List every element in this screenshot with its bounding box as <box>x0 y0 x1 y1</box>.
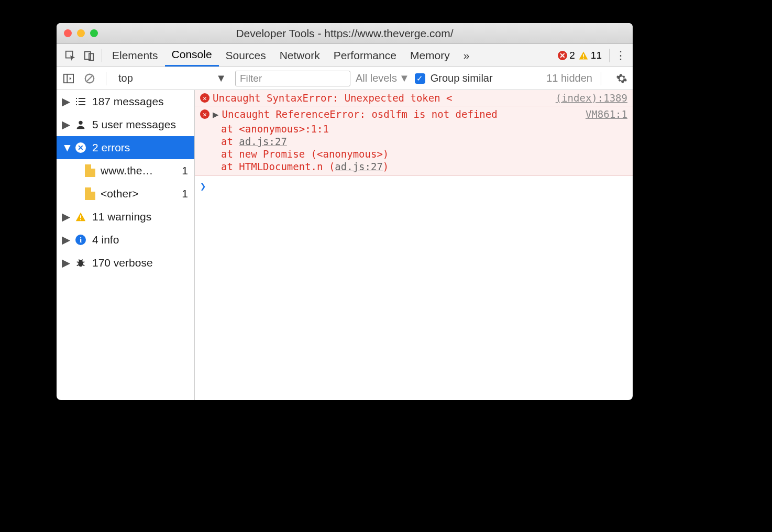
chevron-down-icon: ▼ <box>399 72 410 84</box>
warning-icon <box>74 210 87 223</box>
devtools-window: Developer Tools - https://www.theverge.c… <box>57 23 633 400</box>
sidebar-item-error-source[interactable]: www.the… 1 <box>57 159 194 182</box>
kebab-menu-icon[interactable]: ⋮ <box>613 49 628 62</box>
sidebar-item-verbose[interactable]: ▶ 170 verbose <box>57 251 194 274</box>
error-count: 2 <box>569 50 575 61</box>
source-link[interactable]: ad.js:27 <box>335 161 383 172</box>
tab-performance[interactable]: Performance <box>327 44 403 66</box>
stack-trace: at <anonymous>:1:1 at ad.js:27 at new Pr… <box>200 123 586 173</box>
tab-console[interactable]: Console <box>165 44 219 66</box>
tab-network[interactable]: Network <box>273 44 327 66</box>
tab-elements[interactable]: Elements <box>105 44 165 66</box>
context-selector[interactable]: top ▼ <box>115 72 230 85</box>
separator <box>601 72 601 85</box>
toggle-sidebar-icon[interactable] <box>61 69 76 88</box>
console-body: ▶ 187 messages ▶ 5 user messages ▼ ✕ 2 e… <box>57 90 633 400</box>
devtools-tabs: Elements Console Sources Network Perform… <box>57 44 633 67</box>
separator <box>106 72 106 85</box>
sidebar-item-label: 5 user messages <box>92 118 176 131</box>
error-icon: ✕ <box>74 141 87 154</box>
svg-rect-17 <box>80 219 81 220</box>
console-toolbar: top ▼ All levels ▼ ✓ Group similar 11 hi… <box>57 67 633 90</box>
tab-memory[interactable]: Memory <box>403 44 457 66</box>
svg-line-8 <box>87 75 93 81</box>
expand-icon: ▶ <box>62 95 69 108</box>
device-toolbar-icon[interactable] <box>80 46 98 65</box>
svg-line-22 <box>83 265 85 266</box>
collapse-icon: ▼ <box>62 141 69 154</box>
tab-sources[interactable]: Sources <box>219 44 273 66</box>
expand-icon[interactable]: ▶ <box>213 108 218 120</box>
svg-rect-16 <box>80 215 81 218</box>
settings-icon[interactable] <box>615 72 628 85</box>
message-source-link[interactable]: VM861:1 <box>586 108 627 173</box>
sidebar-item-label: 4 info <box>92 234 119 246</box>
log-levels-selector[interactable]: All levels ▼ <box>356 72 410 84</box>
svg-line-21 <box>77 265 79 266</box>
svg-line-23 <box>79 260 80 261</box>
sidebar-item-warnings[interactable]: ▶ 11 warnings <box>57 205 194 228</box>
message-text: Uncaught ReferenceError: osdlfm is not d… <box>222 108 497 120</box>
minimize-icon[interactable] <box>77 29 85 37</box>
warning-count: 11 <box>591 50 602 61</box>
info-icon: i <box>74 234 87 246</box>
source-link[interactable]: ad.js:27 <box>239 136 287 147</box>
console-prompt[interactable]: ❯ <box>195 176 633 196</box>
sidebar-item-messages[interactable]: ▶ 187 messages <box>57 90 194 113</box>
sidebar-item-error-source[interactable]: <other> 1 <box>57 182 194 205</box>
sidebar-item-label: 187 messages <box>92 95 164 108</box>
chevron-down-icon: ▼ <box>216 72 226 84</box>
svg-line-24 <box>82 260 83 261</box>
tabs-overflow-icon[interactable]: » <box>457 44 477 66</box>
sidebar-item-label: 170 verbose <box>92 257 153 269</box>
sidebar-item-info[interactable]: ▶ i 4 info <box>57 228 194 251</box>
console-message-error[interactable]: ✕ ▶ Uncaught ReferenceError: osdlfm is n… <box>195 106 633 176</box>
sidebar-item-label: www.the… <box>101 164 153 177</box>
expand-icon: ▶ <box>62 257 69 269</box>
hidden-count[interactable]: 11 hidden <box>546 72 592 84</box>
sidebar-item-errors[interactable]: ▼ ✕ 2 errors <box>57 136 194 159</box>
file-icon <box>85 164 95 177</box>
error-icon: ✕ <box>200 93 209 103</box>
error-icon: ✕ <box>558 51 567 60</box>
separator <box>102 49 102 62</box>
context-label: top <box>118 72 133 84</box>
separator <box>609 49 610 62</box>
sidebar-item-label: 11 warnings <box>92 210 151 223</box>
error-icon: ✕ <box>200 109 209 119</box>
svg-rect-4 <box>583 58 584 59</box>
sidebar-item-count: 1 <box>182 187 191 200</box>
svg-rect-5 <box>64 74 73 82</box>
file-icon <box>85 187 95 200</box>
group-similar-checkbox[interactable]: ✓ <box>415 73 425 84</box>
user-icon <box>74 118 87 131</box>
svg-rect-1 <box>85 51 91 59</box>
sidebar-item-user-messages[interactable]: ▶ 5 user messages <box>57 113 194 136</box>
svg-point-18 <box>78 260 83 267</box>
inspect-element-icon[interactable] <box>61 46 80 65</box>
console-output: ✕ Uncaught SyntaxError: Unexpected token… <box>195 90 633 400</box>
svg-rect-3 <box>583 54 584 57</box>
zoom-icon[interactable] <box>90 29 98 37</box>
filter-input[interactable] <box>235 71 350 86</box>
svg-line-19 <box>77 262 79 262</box>
message-source-link[interactable]: (index):1389 <box>556 92 627 104</box>
svg-point-15 <box>79 121 82 125</box>
group-similar-label: Group similar <box>431 72 493 84</box>
sidebar-item-label: <other> <box>101 187 138 200</box>
sidebar-item-label: 2 errors <box>92 141 130 154</box>
message-sidebar: ▶ 187 messages ▶ 5 user messages ▼ ✕ 2 e… <box>57 90 195 400</box>
svg-line-20 <box>83 262 85 262</box>
warning-icon <box>578 50 589 61</box>
close-icon[interactable] <box>64 29 72 37</box>
expand-icon: ▶ <box>62 234 69 246</box>
titlebar: Developer Tools - https://www.theverge.c… <box>57 23 633 44</box>
clear-console-icon[interactable] <box>82 69 97 88</box>
traffic-lights <box>64 29 98 37</box>
status-badges[interactable]: ✕2 11 <box>554 50 606 61</box>
expand-icon: ▶ <box>62 210 69 223</box>
message-text: Uncaught SyntaxError: Unexpected token < <box>213 92 453 104</box>
expand-icon: ▶ <box>62 118 69 131</box>
console-message-error[interactable]: ✕ Uncaught SyntaxError: Unexpected token… <box>195 90 633 106</box>
list-icon <box>74 95 87 108</box>
